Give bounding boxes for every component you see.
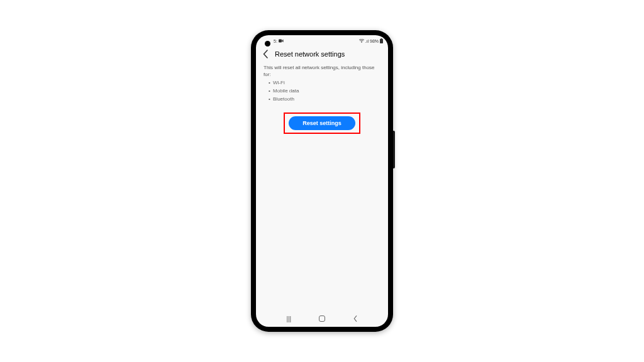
list-item: Bluetooth — [269, 96, 380, 104]
svg-rect-3 — [380, 39, 383, 43]
recents-button[interactable]: ||| — [284, 314, 293, 323]
chevron-left-icon — [353, 315, 358, 322]
wifi-icon — [359, 39, 364, 43]
list-item: Mobile data — [269, 87, 380, 96]
page-title: Reset network settings — [275, 50, 345, 58]
description-text: This will reset all network settings, in… — [264, 64, 380, 78]
phone-screen: 5: .ıl 98% Reset network settings This w… — [256, 35, 388, 327]
svg-point-1 — [361, 42, 362, 43]
home-icon — [319, 315, 325, 322]
video-icon — [279, 39, 284, 43]
battery-icon — [380, 38, 383, 43]
status-bar: 5: .ıl 98% — [256, 35, 388, 47]
recents-icon: ||| — [286, 315, 291, 322]
navigation-bar: ||| — [256, 312, 388, 327]
camera-cutout — [265, 41, 270, 47]
home-button[interactable] — [318, 314, 326, 323]
chevron-left-icon — [263, 50, 269, 58]
svg-rect-2 — [381, 38, 382, 39]
content-area: This will reset all network settings, in… — [256, 62, 388, 136]
status-time: 5: — [274, 39, 277, 43]
battery-text: .ıl 98% — [365, 39, 379, 43]
back-button[interactable] — [262, 51, 269, 57]
status-bar-right: .ıl 98% — [359, 38, 383, 43]
phone-frame: 5: .ıl 98% Reset network settings This w… — [251, 30, 393, 332]
highlight-annotation: Reset settings — [284, 112, 360, 134]
bullet-list: Wi-Fi Mobile data Bluetooth — [264, 79, 380, 103]
button-container: Reset settings — [264, 112, 380, 134]
reset-settings-button[interactable]: Reset settings — [289, 116, 355, 130]
svg-rect-0 — [279, 40, 282, 43]
page-header: Reset network settings — [256, 47, 388, 62]
nav-back-button[interactable] — [351, 314, 360, 323]
list-item: Wi-Fi — [269, 79, 380, 87]
